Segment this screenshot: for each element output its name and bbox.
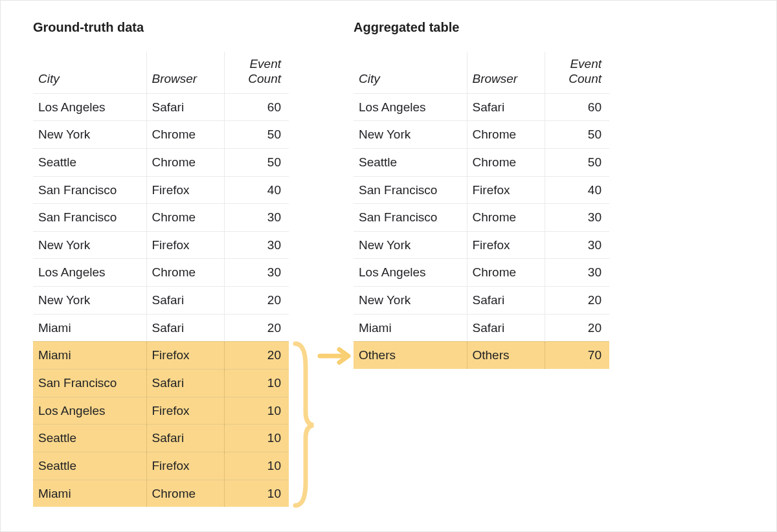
cell-count: 10 [224, 480, 289, 507]
ground-truth-tbody: Los AngelesSafari60New YorkChrome50Seatt… [33, 93, 289, 507]
cell-browser: Chrome [467, 148, 545, 176]
cell-city: New York [33, 231, 146, 259]
cell-browser: Firefox [467, 231, 545, 259]
aggregated-tbody: Los AngelesSafari60New YorkChrome50Seatt… [354, 93, 609, 369]
table-row: SeattleChrome50 [33, 148, 289, 176]
cell-count: 10 [224, 397, 289, 425]
cell-count: 20 [224, 314, 289, 342]
col-header-count: Event Count [545, 52, 609, 93]
cell-count: 30 [224, 259, 289, 287]
connector [289, 20, 354, 507]
cell-count: 30 [224, 204, 289, 232]
cell-city: Los Angeles [33, 259, 146, 287]
cell-browser: Firefox [467, 176, 545, 204]
cell-city: New York [354, 231, 467, 259]
ground-truth-block: Ground-truth data City Browser Event Cou… [33, 20, 289, 507]
cell-city: San Francisco [33, 204, 146, 232]
cell-browser: Safari [146, 370, 224, 397]
col-header-browser: Browser [467, 52, 545, 93]
cell-count: 30 [545, 204, 609, 232]
cell-count: 50 [224, 148, 289, 176]
cell-browser: Firefox [146, 397, 224, 425]
aggregated-title: Aggregated table [354, 20, 609, 35]
cell-browser: Chrome [146, 204, 224, 232]
cell-count: 50 [545, 148, 609, 176]
cell-count: 50 [545, 121, 609, 149]
table-row: SeattleFirefox10 [33, 452, 289, 480]
cell-city: New York [354, 287, 467, 315]
cell-browser: Safari [146, 93, 224, 121]
cell-browser: Chrome [146, 121, 224, 149]
table-row: MiamiSafari20 [354, 314, 609, 342]
table-row: Los AngelesFirefox10 [33, 397, 289, 425]
table-row: Los AngelesChrome30 [354, 259, 609, 287]
cell-city: Seattle [33, 148, 146, 176]
cell-count: 20 [224, 287, 289, 315]
table-row: SeattleChrome50 [354, 148, 609, 176]
cell-city: San Francisco [354, 204, 467, 232]
cell-browser: Firefox [146, 342, 224, 370]
cell-count: 60 [224, 93, 289, 121]
cell-browser: Chrome [146, 480, 224, 507]
table-row: Los AngelesSafari60 [354, 93, 609, 121]
cell-browser: Chrome [467, 204, 545, 232]
table-row: SeattleSafari10 [33, 425, 289, 452]
cell-browser: Safari [467, 287, 545, 315]
col-header-count: Event Count [224, 52, 289, 93]
table-row: Los AngelesChrome30 [33, 259, 289, 287]
cell-city: Seattle [354, 148, 467, 176]
cell-city: San Francisco [33, 176, 146, 204]
cell-browser: Chrome [467, 121, 545, 149]
table-row: New YorkSafari20 [33, 287, 289, 315]
comparison-figure: Ground-truth data City Browser Event Cou… [0, 0, 777, 532]
table-row: San FranciscoFirefox40 [33, 176, 289, 204]
cell-city: Miami [354, 314, 467, 342]
brace-icon [291, 341, 317, 509]
table-row: New YorkSafari20 [354, 287, 609, 315]
cell-count: 10 [224, 452, 289, 480]
table-row: Los AngelesSafari60 [33, 93, 289, 121]
cell-browser: Safari [146, 425, 224, 452]
table-row: New YorkChrome50 [33, 121, 289, 149]
cell-count: 40 [224, 176, 289, 204]
cell-browser: Chrome [467, 259, 545, 287]
table-row: San FranciscoChrome30 [33, 204, 289, 232]
table-row: New YorkFirefox30 [354, 231, 609, 259]
cell-count: 10 [224, 370, 289, 397]
cell-city: New York [354, 121, 467, 149]
aggregated-block: Aggregated table City Browser Event Coun… [354, 20, 609, 369]
cell-city: Miami [33, 314, 146, 342]
cell-count: 40 [545, 176, 609, 204]
cell-count: 20 [545, 314, 609, 342]
cell-city: Others [354, 342, 467, 369]
cell-city: Los Angeles [354, 93, 467, 121]
cell-browser: Safari [146, 314, 224, 342]
cell-browser: Safari [146, 287, 224, 315]
cell-city: New York [33, 121, 146, 149]
table-row: San FranciscoChrome30 [354, 204, 609, 232]
table-row: OthersOthers70 [354, 342, 609, 369]
cell-city: San Francisco [33, 370, 146, 397]
cell-city: San Francisco [354, 176, 467, 204]
cell-count: 30 [545, 231, 609, 259]
ground-truth-table: City Browser Event Count Los AngelesSafa… [33, 52, 289, 507]
table-row: New YorkFirefox30 [33, 231, 289, 259]
cell-city: Miami [33, 342, 146, 370]
cell-browser: Firefox [146, 452, 224, 480]
cell-browser: Firefox [146, 231, 224, 259]
columns: Ground-truth data City Browser Event Cou… [33, 20, 754, 507]
cell-city: Seattle [33, 452, 146, 480]
cell-count: 20 [545, 287, 609, 315]
col-header-city: City [354, 52, 467, 93]
cell-browser: Others [467, 342, 545, 369]
cell-count: 30 [224, 231, 289, 259]
table-row: MiamiFirefox20 [33, 342, 289, 370]
table-row: San FranciscoSafari10 [33, 370, 289, 397]
cell-city: New York [33, 287, 146, 315]
aggregated-table: City Browser Event Count Los AngelesSafa… [354, 52, 609, 369]
cell-browser: Safari [467, 314, 545, 342]
col-header-city: City [33, 52, 146, 93]
ground-truth-title: Ground-truth data [33, 20, 289, 35]
cell-count: 50 [224, 121, 289, 149]
table-row: New YorkChrome50 [354, 121, 609, 149]
